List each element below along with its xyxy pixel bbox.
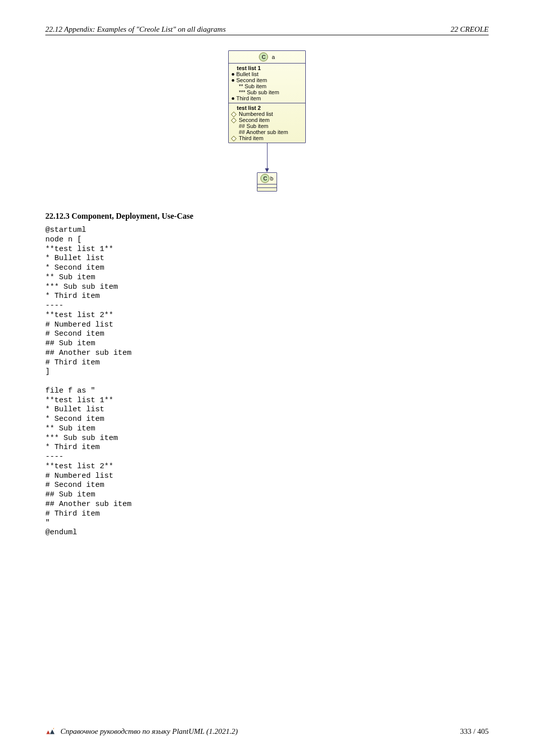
page-number: 333 / 405 <box>460 727 489 736</box>
diamond-icon <box>231 117 236 123</box>
class-icon: C <box>260 174 270 183</box>
diamond-icon <box>231 136 236 141</box>
diamond-icon <box>231 111 236 117</box>
arrow-down-icon <box>265 168 269 172</box>
page-header: 22.12 Appendix: Examples of "Creole List… <box>45 25 489 35</box>
list-subitem: ** Sub item <box>239 83 302 89</box>
class-name: b <box>270 175 273 181</box>
list-item: Second item <box>239 117 270 123</box>
list-item: Numbered list <box>239 111 273 117</box>
uml-diagram: C a test list 1 Bullet list Second item … <box>45 50 489 192</box>
class-name: a <box>272 54 275 60</box>
list-subitem: *** Sub sub item <box>239 89 302 95</box>
class-box-a: C a test list 1 Bullet list Second item … <box>228 50 306 143</box>
connector-line <box>267 143 268 168</box>
subsection-heading: 22.12.3 Component, Deployment, Use-Case <box>45 212 489 221</box>
list1-title: test list 1 <box>237 65 302 71</box>
list-subitem: ## Another sub item <box>239 129 302 135</box>
list-subitem: ## Sub item <box>239 123 302 129</box>
list-item: Third item <box>239 135 263 141</box>
bullet-icon <box>232 73 234 76</box>
header-section-title: 22.12 Appendix: Examples of "Creole List… <box>45 25 226 34</box>
list2-title: test list 2 <box>237 105 302 111</box>
list-item: Bullet list <box>236 71 258 77</box>
header-chapter: 22 CREOLE <box>451 25 489 34</box>
code-block: @startuml node n [ **test list 1** * Bul… <box>45 226 489 538</box>
class-box-b: Cb <box>257 172 277 192</box>
list-item: Second item <box>236 77 267 83</box>
list-item: Third item <box>236 95 261 101</box>
footer-text: Справочное руководство по языку PlantUML… <box>60 727 238 736</box>
bullet-icon <box>232 79 234 82</box>
class-icon: C <box>259 52 268 61</box>
page-footer: Справочное руководство по языку PlantUML… <box>45 727 489 736</box>
bullet-icon <box>232 97 234 100</box>
plantuml-logo-icon <box>45 727 56 736</box>
